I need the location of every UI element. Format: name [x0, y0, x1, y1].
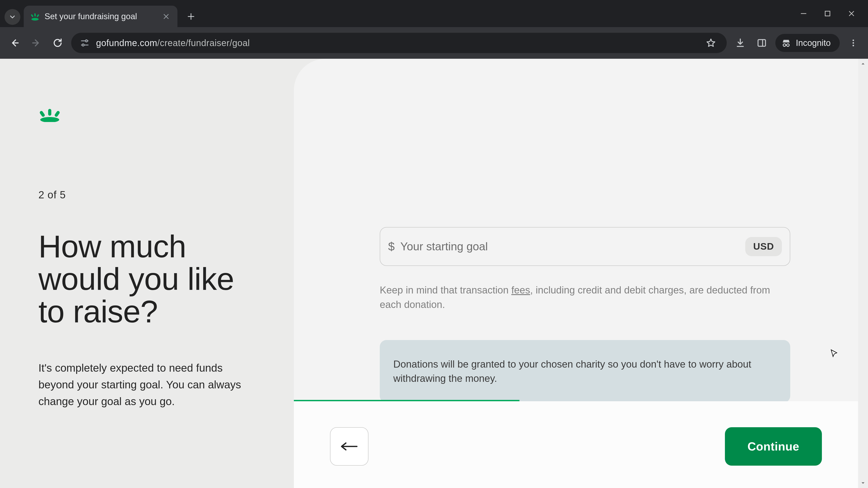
browser-toolbar: gofundme.com/create/fundraiser/goal Inco… [0, 27, 868, 59]
currency-selector[interactable]: USD [745, 237, 782, 256]
wizard-footer: Continue [294, 401, 858, 488]
maximize-icon [824, 9, 832, 18]
svg-rect-16 [54, 110, 60, 118]
arrow-left-icon [9, 38, 20, 48]
svg-point-11 [852, 42, 854, 44]
fee-note: Keep in mind that transaction fees, incl… [380, 283, 790, 312]
nav-back-button[interactable] [7, 35, 23, 51]
svg-rect-15 [39, 110, 45, 118]
tab-search-dropdown[interactable] [4, 9, 20, 25]
incognito-label: Incognito [796, 38, 831, 48]
close-icon [847, 9, 856, 18]
kebab-icon [849, 38, 858, 47]
svg-point-8 [783, 44, 786, 46]
goal-amount-input[interactable] [400, 240, 740, 253]
arrow-left-icon [339, 440, 360, 453]
incognito-indicator[interactable]: Incognito [775, 34, 840, 52]
address-bar[interactable]: gofundme.com/create/fundraiser/goal [71, 33, 727, 53]
reload-icon [53, 38, 63, 48]
svg-point-6 [82, 44, 84, 46]
window-minimize-button[interactable] [800, 9, 808, 18]
incognito-icon [781, 38, 792, 48]
minimize-icon [800, 9, 808, 18]
currency-symbol: $ [388, 240, 395, 253]
page-headline: How much would you like to raise? [38, 230, 258, 328]
browser-tab[interactable]: Set your fundraising goal [24, 6, 178, 27]
svg-rect-2 [31, 14, 33, 17]
star-icon [706, 38, 716, 48]
tune-icon [80, 38, 90, 48]
gofundme-logo[interactable] [38, 108, 61, 122]
step-counter: 2 of 5 [38, 189, 258, 201]
nav-reload-button[interactable] [50, 35, 66, 51]
plus-icon [187, 12, 195, 21]
page-viewport: 2 of 5 How much would you like to raise?… [0, 59, 868, 488]
right-pane: $ USD Keep in mind that transaction fees… [294, 59, 858, 488]
bookmark-button[interactable] [703, 35, 719, 51]
close-icon [162, 13, 170, 20]
scroll-up-button[interactable] [858, 59, 868, 69]
continue-button[interactable]: Continue [725, 427, 822, 466]
chevron-down-icon [8, 13, 16, 21]
fees-link[interactable]: fees [511, 285, 530, 295]
panel-icon [757, 38, 767, 48]
page-subtext: It's completely expected to need funds b… [38, 360, 246, 410]
url-text: gofundme.com/create/fundraiser/goal [96, 38, 698, 48]
window-maximize-button[interactable] [824, 9, 832, 18]
left-pane: 2 of 5 How much would you like to raise?… [0, 59, 294, 488]
browser-tab-strip: Set your fundraising goal [0, 0, 868, 27]
scroll-down-button[interactable] [858, 478, 868, 488]
charity-info-box: Donations will be granted to your chosen… [380, 340, 790, 403]
svg-point-0 [31, 18, 39, 21]
arrow-right-icon [31, 38, 41, 48]
vertical-scrollbar[interactable] [858, 59, 868, 488]
side-panel-button[interactable] [754, 35, 770, 51]
browser-menu-button[interactable] [845, 35, 861, 51]
caret-up-icon [860, 61, 866, 67]
gofundme-favicon-icon [31, 12, 39, 21]
svg-rect-14 [48, 109, 51, 116]
svg-point-12 [852, 45, 854, 46]
tab-title: Set your fundraising goal [44, 12, 157, 21]
gofundme-logo-icon [38, 108, 61, 122]
downloads-button[interactable] [733, 35, 748, 51]
new-tab-button[interactable] [183, 8, 199, 24]
svg-rect-1 [34, 13, 36, 16]
svg-point-5 [86, 40, 88, 42]
back-button[interactable] [330, 427, 368, 466]
site-settings-button[interactable] [79, 37, 90, 48]
caret-down-icon [860, 480, 866, 486]
svg-point-13 [40, 117, 59, 122]
download-icon [735, 38, 745, 48]
svg-rect-7 [758, 39, 765, 46]
nav-forward-button[interactable] [28, 35, 44, 51]
tab-close-button[interactable] [162, 12, 170, 21]
svg-point-10 [852, 39, 854, 41]
goal-input-wrapper[interactable]: $ USD [380, 227, 790, 266]
svg-rect-3 [37, 14, 39, 17]
window-close-button[interactable] [847, 9, 856, 18]
svg-rect-4 [825, 11, 830, 16]
svg-point-9 [786, 44, 789, 46]
